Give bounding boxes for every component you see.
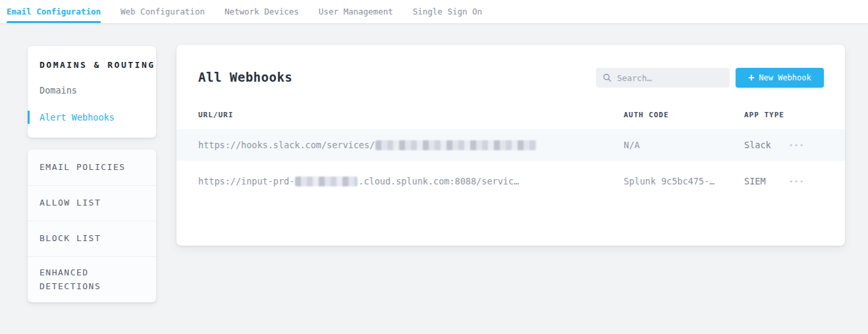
sidebar-item-email-policies[interactable]: EMAIL POLICIES [28, 150, 156, 185]
table-row[interactable]: https://input-prd- .cloud.splunk.com:808… [176, 161, 845, 202]
sidebar-item-block-list[interactable]: BLOCK LIST [28, 221, 156, 256]
table-row[interactable]: https://hooks.slack.com/services/ N/A Sl… [176, 129, 845, 161]
sidebar-item-label: BLOCK LIST [40, 232, 101, 246]
top-nav: Email Configuration Web Configuration Ne… [0, 0, 868, 24]
redacted-url-segment [295, 177, 358, 186]
column-header-app-type: APP TYPE [744, 111, 784, 119]
sidebar-item-alert-webhooks[interactable]: Alert Webhooks [28, 111, 156, 124]
sidebar-item-allow-list[interactable]: ALLOW LIST [28, 185, 156, 221]
page-title: All Webhooks [198, 70, 292, 84]
webhook-url-cell: https://input-prd- .cloud.splunk.com:808… [198, 161, 519, 202]
row-actions-menu-button[interactable]: ••• [789, 129, 805, 161]
new-webhook-button-label: New Webhook [759, 73, 811, 82]
webhook-auth-code-cell: N/A [624, 129, 639, 161]
sidebar-item-domains[interactable]: Domains [28, 84, 156, 97]
all-webhooks-card: All Webhooks + New Webhook URL/URI AUTH … [176, 45, 845, 246]
ellipsis-icon: ••• [789, 178, 805, 185]
domains-routing-card: DOMAINS & ROUTING Domains Alert Webhooks [28, 46, 156, 138]
webhook-auth-code-cell: Splunk 9c5bc475-… [624, 161, 715, 202]
webhook-search[interactable] [596, 68, 730, 88]
webhook-app-type-cell: SIEM [744, 161, 766, 202]
column-header-auth-code: AUTH CODE [624, 111, 669, 119]
sidebar-item-label: ALLOW LIST [40, 196, 101, 210]
webhook-url-prefix: https://hooks.slack.com/services/ [198, 140, 375, 150]
sidebar-item-enhanced-detections[interactable]: ENHANCED DETECTIONS [28, 256, 156, 302]
plus-icon: + [748, 73, 754, 83]
webhook-table-header: URL/URI AUTH CODE APP TYPE [176, 111, 845, 128]
tab-network-devices[interactable]: Network Devices [225, 0, 299, 23]
tab-single-sign-on[interactable]: Single Sign On [413, 0, 482, 23]
tab-user-management[interactable]: User Management [319, 0, 393, 23]
redacted-url-segment [375, 140, 537, 150]
domains-routing-heading: DOMAINS & ROUTING [28, 60, 156, 70]
search-icon [603, 73, 612, 82]
search-input[interactable] [617, 73, 723, 83]
sidebar-item-label: ENHANCED DETECTIONS [40, 266, 126, 294]
ellipsis-icon: ••• [789, 142, 805, 149]
tab-web-configuration[interactable]: Web Configuration [121, 0, 205, 23]
webhook-url-cell: https://hooks.slack.com/services/ [198, 129, 537, 161]
webhook-url-suffix: .cloud.splunk.com:8088/servic… [358, 176, 519, 186]
tab-email-configuration[interactable]: Email Configuration [7, 0, 101, 23]
sidebar-section-stack: EMAIL POLICIES ALLOW LIST BLOCK LIST ENH… [28, 150, 156, 302]
webhook-app-type-cell: Slack [744, 129, 771, 161]
webhook-url-prefix: https://input-prd- [198, 176, 294, 186]
column-header-url: URL/URI [198, 111, 233, 119]
row-actions-menu-button[interactable]: ••• [789, 161, 805, 202]
sidebar-item-label: EMAIL POLICIES [40, 161, 126, 175]
new-webhook-button[interactable]: + New Webhook [736, 68, 824, 88]
